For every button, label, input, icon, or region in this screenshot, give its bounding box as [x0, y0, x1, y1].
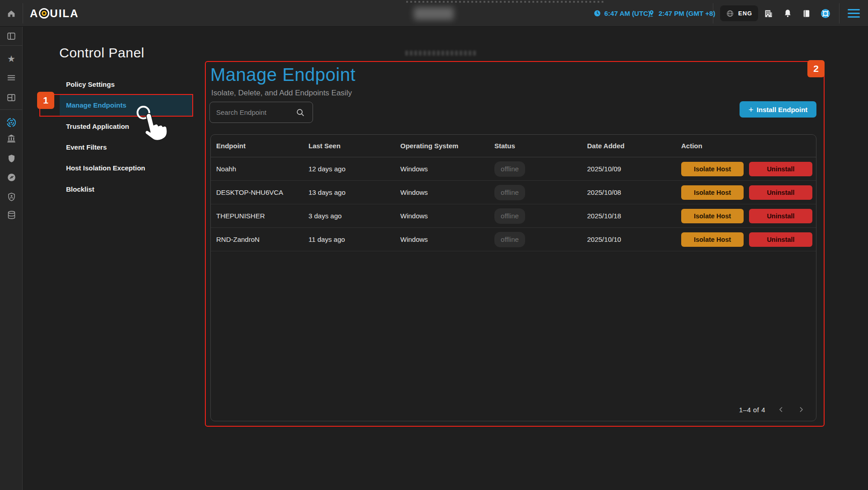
annotation-rect-2 — [205, 61, 825, 427]
book-icon — [802, 9, 811, 18]
language-selector[interactable]: ENG — [720, 5, 758, 21]
building-icon — [764, 9, 773, 19]
home-button[interactable] — [0, 0, 23, 27]
documentation-button[interactable] — [800, 0, 813, 27]
sidebar-item-blocklist[interactable]: Blocklist — [66, 183, 95, 196]
annotation-badge-2: 2 — [807, 60, 825, 77]
redaction-artifact — [405, 51, 478, 56]
logo-text: A — [30, 7, 38, 20]
annotation-badge-1: 1 — [37, 92, 54, 109]
lifebuoy-icon — [820, 8, 831, 19]
layout-grid-icon[interactable] — [0, 92, 23, 103]
aquila-logo[interactable]: A UILA — [30, 0, 79, 27]
sidebar-item-trusted-application[interactable]: Trusted Application — [66, 120, 129, 133]
logo-text: UILA — [50, 7, 79, 20]
globe-icon — [726, 9, 734, 18]
rail-divider — [0, 109, 23, 110]
navbar-divider — [839, 3, 840, 24]
gauge-icon[interactable] — [0, 172, 23, 183]
shield-icon[interactable] — [0, 153, 23, 164]
database-icon[interactable] — [0, 209, 23, 220]
redaction-blur — [414, 7, 454, 20]
redaction-artifact — [406, 1, 605, 3]
rail-divider — [0, 45, 23, 46]
logo-eye-icon — [39, 8, 49, 19]
menu-list-icon[interactable] — [0, 72, 23, 83]
navbar-divider — [713, 3, 713, 24]
clock-icon — [593, 9, 601, 17]
main-menu-button[interactable] — [846, 0, 861, 27]
home-icon — [6, 9, 16, 19]
bank-icon[interactable] — [0, 133, 23, 144]
hamburger-menu-icon — [848, 9, 860, 18]
organization-button[interactable] — [762, 0, 775, 27]
local-time: 2:47 PM (GMT +8) — [648, 0, 715, 27]
sidebar-item-policy-settings[interactable]: Policy Settings — [66, 78, 115, 91]
language-label: ENG — [738, 10, 752, 17]
notifications-button[interactable] — [781, 0, 794, 27]
location-pin-icon — [648, 9, 655, 18]
control-panel-title: Control Panel — [59, 45, 144, 61]
bell-icon — [783, 9, 792, 18]
sidebar-item-event-filters[interactable]: Event Filters — [66, 141, 107, 154]
sidebar-item-host-isolation-exception[interactable]: Host Isolation Exception — [66, 161, 145, 175]
support-button[interactable] — [818, 0, 833, 27]
local-time-label: 2:47 PM (GMT +8) — [659, 9, 715, 17]
endpoint-radar-icon[interactable] — [0, 117, 23, 128]
utc-time-label: 6:47 AM (UTC) — [604, 9, 650, 17]
utc-time: 6:47 AM (UTC) — [593, 0, 650, 27]
click-hand-cursor-icon — [130, 104, 180, 150]
top-navbar: A UILA 6:47 AM (UTC) 2:47 PM (GMT +8) EN… — [0, 0, 868, 27]
favorites-star-icon[interactable]: ★ — [0, 53, 23, 64]
user-shield-icon[interactable] — [0, 191, 23, 202]
panel-toggle-icon[interactable] — [0, 31, 23, 42]
navbar-divider — [23, 3, 23, 24]
app-screen: A UILA 6:47 AM (UTC) 2:47 PM (GMT +8) EN… — [0, 0, 868, 490]
